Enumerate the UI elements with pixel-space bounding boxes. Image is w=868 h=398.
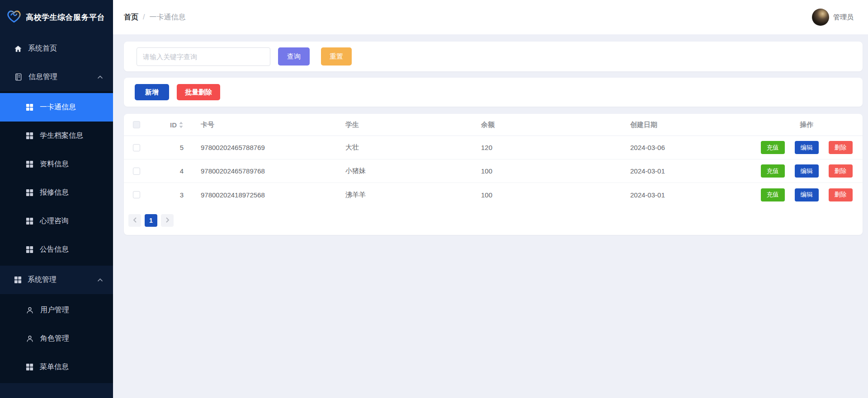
- grid-icon: [26, 246, 33, 253]
- cell-id: 4: [149, 167, 190, 175]
- next-page-button[interactable]: [161, 214, 174, 227]
- cell-student: 大壮: [335, 143, 470, 152]
- chevron-up-icon: [97, 278, 103, 282]
- grid-icon: [26, 217, 33, 225]
- sidebar-item-label: 菜单信息: [40, 362, 69, 372]
- app-logo: 高校学生综合服务平台: [0, 0, 113, 34]
- column-header-student: 学生: [335, 121, 470, 129]
- sidebar-item-student-archive[interactable]: 学生档案信息: [0, 122, 113, 150]
- grid-icon: [26, 160, 33, 168]
- chevron-up-icon: [97, 75, 103, 79]
- prev-page-button[interactable]: [128, 214, 141, 227]
- sidebar-item-psych-consult[interactable]: 心理咨询: [0, 207, 113, 235]
- sidebar-item-label: 心理咨询: [40, 216, 69, 226]
- sidebar-item-label: 资料信息: [40, 159, 69, 169]
- column-header-card-no: 卡号: [190, 121, 335, 129]
- row-checkbox[interactable]: [133, 191, 140, 198]
- column-header-created: 创建日期: [619, 121, 750, 129]
- breadcrumb-home[interactable]: 首页: [124, 13, 138, 22]
- sidebar-item-material-info[interactable]: 资料信息: [0, 150, 113, 178]
- table-row: 5 97800202465788769 大壮 120 2024-03-06 充值…: [124, 136, 863, 159]
- delete-button[interactable]: 删除: [829, 141, 853, 154]
- sidebar-item-home[interactable]: 系统首页: [0, 34, 113, 63]
- sidebar-item-label: 角色管理: [40, 334, 69, 343]
- page-button-1[interactable]: 1: [145, 214, 157, 227]
- row-checkbox[interactable]: [133, 168, 140, 175]
- app-title: 高校学生综合服务平台: [26, 12, 105, 23]
- heart-logo-icon: [6, 9, 22, 25]
- sidebar-item-label: 系统首页: [28, 44, 57, 53]
- cell-card-no: 97800202465789768: [190, 167, 335, 175]
- sidebar-item-system-management[interactable]: 系统管理: [0, 266, 113, 294]
- grid-icon: [26, 189, 33, 197]
- cell-created: 2024-03-06: [619, 144, 750, 151]
- cell-balance: 120: [470, 144, 619, 151]
- table-row: 3 97800202418972568 沸羊羊 100 2024-03-01 充…: [124, 183, 863, 206]
- sidebar-item-info-management[interactable]: 信息管理: [0, 63, 113, 91]
- edit-button[interactable]: 编辑: [795, 188, 819, 201]
- sidebar-menu: 系统首页 信息管理 一卡通信息 学生档案信息: [0, 34, 113, 398]
- breadcrumb-current: 一卡通信息: [149, 13, 185, 22]
- app-window: 高校学生综合服务平台 系统首页 信息管理: [0, 0, 868, 398]
- sidebar-item-label: 报修信息: [40, 188, 69, 197]
- pagination: 1: [124, 206, 863, 235]
- edit-button[interactable]: 编辑: [795, 164, 819, 178]
- row-checkbox[interactable]: [133, 144, 140, 151]
- cell-id: 3: [149, 191, 190, 199]
- cell-created: 2024-03-01: [619, 191, 750, 199]
- grid-icon: [14, 276, 22, 284]
- query-button[interactable]: 查询: [278, 47, 310, 66]
- sidebar-item-user-management[interactable]: 用户管理: [0, 296, 113, 324]
- sidebar-item-menu-info[interactable]: 菜单信息: [0, 353, 113, 381]
- sidebar-item-label: 用户管理: [40, 305, 69, 315]
- toolbar-card: 新增 批量删除: [124, 78, 863, 107]
- table-row: 4 97800202465789768 小猪妹 100 2024-03-01 充…: [124, 159, 863, 183]
- column-header-actions: 操作: [750, 121, 863, 129]
- sidebar-item-onecard-info[interactable]: 一卡通信息: [0, 93, 113, 122]
- sidebar-item-label: 一卡通信息: [40, 103, 76, 112]
- sidebar-item-repair-info[interactable]: 报修信息: [0, 178, 113, 207]
- cell-card-no: 97800202418972568: [190, 191, 335, 199]
- select-all-checkbox[interactable]: [133, 121, 140, 128]
- cell-created: 2024-03-01: [619, 167, 750, 175]
- breadcrumb-separator: /: [143, 13, 145, 21]
- cell-balance: 100: [470, 167, 619, 175]
- topbar: 首页 / 一卡通信息 管理员: [113, 0, 868, 34]
- home-icon: [14, 45, 22, 53]
- edit-button[interactable]: 编辑: [795, 141, 819, 154]
- recharge-button[interactable]: 充值: [761, 188, 785, 201]
- avatar: [812, 9, 829, 26]
- cell-balance: 100: [470, 191, 619, 199]
- column-header-id: ID: [170, 121, 177, 129]
- batch-delete-button[interactable]: 批量删除: [177, 84, 220, 100]
- add-button[interactable]: 新增: [135, 84, 169, 100]
- grid-icon: [26, 103, 33, 111]
- chevron-left-icon: [133, 217, 137, 224]
- table-card: ID 卡号 学生 余额 创建日期 操作 5 97800202465788769 …: [124, 114, 863, 235]
- cell-student: 沸羊羊: [335, 191, 470, 199]
- sidebar-item-label: 信息管理: [28, 72, 57, 82]
- column-header-balance: 余额: [470, 121, 619, 129]
- delete-button[interactable]: 删除: [829, 164, 853, 178]
- sidebar-item-role-management[interactable]: 角色管理: [0, 324, 113, 353]
- recharge-button[interactable]: 充值: [761, 164, 785, 178]
- user-menu[interactable]: 管理员: [812, 9, 854, 26]
- submenu-system-management: 用户管理 角色管理 菜单信息: [0, 294, 113, 383]
- submenu-info-management: 一卡通信息 学生档案信息 资料信息 报修信息 心理咨询: [0, 91, 113, 266]
- search-input[interactable]: [137, 47, 270, 66]
- cell-student: 小猪妹: [335, 167, 470, 175]
- reset-button[interactable]: 重置: [321, 47, 352, 66]
- content: 查询 重置 新增 批量删除 ID 卡号 学生 余额 创建日期: [113, 34, 868, 235]
- user-icon: [26, 306, 34, 314]
- delete-button[interactable]: 删除: [829, 188, 853, 201]
- user-name: 管理员: [833, 13, 854, 22]
- grid-icon: [26, 132, 33, 140]
- search-card: 查询 重置: [124, 42, 863, 71]
- sidebar-item-label: 系统管理: [28, 275, 57, 285]
- table-header: ID 卡号 学生 余额 创建日期 操作: [124, 114, 863, 136]
- sort-icon[interactable]: [179, 121, 184, 129]
- breadcrumb: 首页 / 一卡通信息: [124, 13, 185, 22]
- recharge-button[interactable]: 充值: [761, 141, 785, 154]
- sidebar-item-announcement[interactable]: 公告信息: [0, 235, 113, 264]
- grid-icon: [26, 363, 33, 371]
